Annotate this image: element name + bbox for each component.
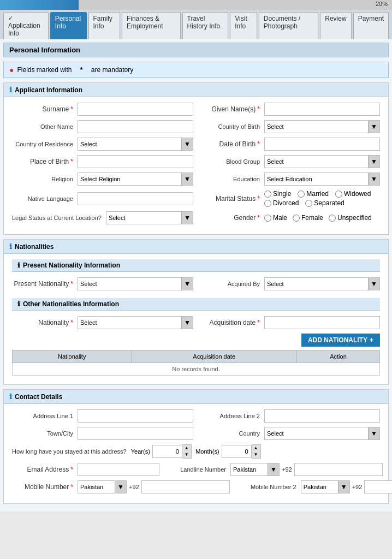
duration-row: How long have you stayed at this address… xyxy=(12,444,380,459)
email-input[interactable] xyxy=(78,463,159,476)
surname-input[interactable] xyxy=(78,103,193,116)
marital-divorced-radio[interactable] xyxy=(264,200,271,207)
given-names-label: Given Name(s) * xyxy=(199,105,264,113)
religion-select-wrapper: Select Religion ▼ xyxy=(78,173,193,186)
gender-female-radio[interactable] xyxy=(293,215,300,222)
no-records-cell: No records found. xyxy=(13,363,380,376)
tab-finances[interactable]: Finances & Employment xyxy=(122,12,181,39)
address2-group: Address Line 2 xyxy=(199,409,380,423)
landline-country-select[interactable]: Pakistan xyxy=(230,463,280,476)
marital-status-group: Marital Status * Single Married Widowed … xyxy=(199,190,380,207)
marital-separated-radio[interactable] xyxy=(305,200,312,207)
marital-single[interactable]: Single xyxy=(264,190,291,198)
years-up-btn[interactable]: ▲ xyxy=(182,445,191,451)
mobile-country-select[interactable]: Pakistan xyxy=(78,480,127,493)
given-names-input[interactable] xyxy=(264,103,380,116)
months-input[interactable] xyxy=(222,445,252,458)
duration-label: How long have you stayed at this address… xyxy=(12,448,131,455)
landline-input[interactable] xyxy=(294,463,383,476)
table-col-action: Action xyxy=(296,350,379,363)
tab-visit[interactable]: Visit Info xyxy=(230,12,257,39)
legal-status-label: Legal Status at Current Location? xyxy=(12,215,106,221)
other-name-group: Other Name xyxy=(12,120,193,133)
applicant-info-header: ℹ Applicant Information xyxy=(4,83,388,97)
country-of-residence-select[interactable]: Select xyxy=(78,138,193,151)
legal-status-select[interactable]: Select xyxy=(106,211,193,224)
country-group: Country Select ▼ xyxy=(199,427,380,440)
country-of-birth-group: Country of Birth Select ▼ xyxy=(199,120,380,133)
town-country-row: Town/City Country Select ▼ xyxy=(12,427,380,440)
marital-married[interactable]: Married xyxy=(298,190,329,198)
other-nationality-select[interactable]: Select xyxy=(78,316,193,329)
legal-status-select-wrapper: Select ▼ xyxy=(106,211,193,224)
months-up-btn[interactable]: ▲ xyxy=(252,445,260,451)
mobile2-input[interactable] xyxy=(364,480,392,493)
religion-select[interactable]: Select Religion xyxy=(78,173,193,186)
gender-options: Male Female Unspecified xyxy=(264,214,372,222)
country-of-residence-group: Country of Residence Select ▼ xyxy=(12,138,193,151)
town-input[interactable] xyxy=(78,427,193,440)
gender-unspecified[interactable]: Unspecified xyxy=(329,214,372,222)
address1-input[interactable] xyxy=(78,409,193,423)
years-down-btn[interactable]: ▼ xyxy=(182,451,191,458)
gender-male-radio[interactable] xyxy=(264,215,271,222)
page-title: Personal Information xyxy=(3,43,389,57)
dob-label: Date of Birth * xyxy=(199,140,264,148)
marital-married-radio[interactable] xyxy=(298,191,305,198)
acquired-by-select[interactable]: Select xyxy=(264,277,380,290)
contact-details-header: ℹ Contact Details xyxy=(4,390,388,404)
gender-female[interactable]: Female xyxy=(293,214,323,222)
table-col-acquisition-date: Acquisition date xyxy=(132,350,297,363)
applicant-info-body: Surname * Given Name(s) * Other Name Cou… xyxy=(4,97,388,234)
add-nationality-button[interactable]: ADD NATIONALITY + xyxy=(301,334,380,347)
gender-unspecified-radio[interactable] xyxy=(329,215,336,222)
religion-label: Religion xyxy=(12,176,78,182)
tab-personal-info[interactable]: Personal Info xyxy=(50,12,87,39)
tab-family-info[interactable]: Family Info xyxy=(88,12,120,39)
mobile2-country-select[interactable]: Pakistan xyxy=(301,480,350,493)
email-label: Email Address * xyxy=(12,466,78,473)
country-of-residence-label: Country of Residence xyxy=(12,141,78,147)
place-of-birth-label: Place of Birth * xyxy=(12,158,78,165)
gender-male[interactable]: Male xyxy=(264,214,287,222)
other-nationality-header: ℹ Other Nationalities Information xyxy=(12,298,380,311)
dob-input[interactable] xyxy=(264,138,380,151)
tab-documents[interactable]: Documents / Photograph xyxy=(259,12,318,39)
place-of-birth-input[interactable] xyxy=(78,155,193,168)
tab-travel[interactable]: Travel History Info xyxy=(182,12,229,39)
native-language-input[interactable] xyxy=(78,192,193,205)
mobile2-group: Mobile Number 2 Pakistan ▼ +92 xyxy=(235,480,392,493)
nationality-table-container: Nationality Acquisition date Action No r… xyxy=(12,350,380,376)
nationalities-card: ℹ Nationalities ℹ Present Nationality In… xyxy=(3,239,389,385)
other-name-input[interactable] xyxy=(78,120,193,133)
gender-group: Gender * Male Female Unspecified xyxy=(199,214,380,222)
tab-application-info[interactable]: ✓ Application Info xyxy=(3,12,49,39)
country-label: Country xyxy=(199,430,264,437)
country-of-birth-select[interactable]: Select xyxy=(264,120,380,133)
address2-input[interactable] xyxy=(264,409,380,423)
mobile-input[interactable] xyxy=(141,480,230,493)
years-input[interactable] xyxy=(152,445,182,458)
marital-divorced[interactable]: Divorced xyxy=(264,199,299,207)
marital-widowed-radio[interactable] xyxy=(335,191,342,198)
tab-payment[interactable]: Payment xyxy=(353,12,389,39)
legal-status-group: Legal Status at Current Location? Select… xyxy=(12,211,193,224)
education-select[interactable]: Select Education xyxy=(264,173,380,186)
gender-label: Gender * xyxy=(199,214,264,222)
dob-group: Date of Birth * xyxy=(199,138,380,151)
blood-group-select[interactable]: Select xyxy=(264,155,380,168)
surname-label: Surname * xyxy=(12,105,78,113)
country-of-residence-select-wrapper: Select ▼ xyxy=(78,138,193,151)
months-input-wrapper: ▲ ▼ xyxy=(222,444,261,459)
months-down-btn[interactable]: ▼ xyxy=(252,451,260,458)
acquisition-date-input[interactable] xyxy=(264,316,380,329)
marital-separated[interactable]: Separated xyxy=(305,199,344,207)
present-nationality-select[interactable]: Select xyxy=(78,277,193,290)
mobile2-country-select-wrapper: Pakistan ▼ xyxy=(301,480,350,493)
marital-single-radio[interactable] xyxy=(264,191,271,198)
tab-review[interactable]: Review xyxy=(320,12,351,39)
landline-country-select-wrapper: Pakistan ▼ xyxy=(230,463,280,476)
legalstatus-gender-row: Legal Status at Current Location? Select… xyxy=(12,211,380,224)
marital-widowed[interactable]: Widowed xyxy=(335,190,371,198)
country-select[interactable]: Select xyxy=(264,427,380,440)
